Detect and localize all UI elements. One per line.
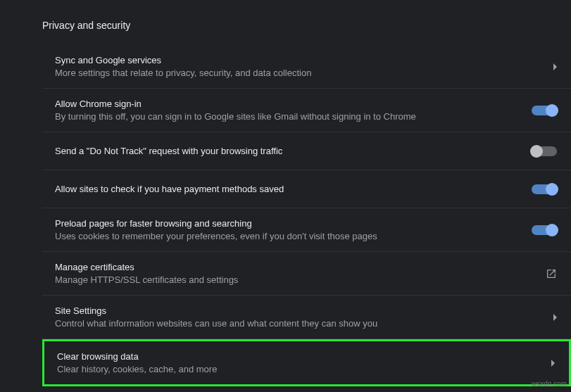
item-title: Clear browsing data (57, 351, 544, 362)
item-title: Preload pages for faster browsing and se… (55, 218, 532, 229)
section-title: Privacy and security (42, 20, 571, 31)
payment-methods-toggle[interactable] (532, 184, 557, 194)
item-text: Site Settings Control what information w… (55, 305, 546, 329)
item-subtitle: Control what information websites can us… (55, 318, 546, 329)
item-text: Manage certificates Manage HTTPS/SSL cer… (55, 262, 539, 285)
item-title: Allow Chrome sign-in (55, 99, 532, 109)
item-text: Preload pages for faster browsing and se… (55, 218, 532, 241)
item-subtitle: More settings that relate to privacy, se… (55, 68, 546, 78)
item-subtitle: Clear history, cookies, cache, and more (57, 364, 544, 374)
chevron-right-icon (551, 360, 555, 367)
item-title: Allow sites to check if you have payment… (55, 184, 532, 194)
allow-chrome-signin-item[interactable]: Allow Chrome sign-in By turning this off… (42, 89, 571, 132)
manage-certificates-item[interactable]: Manage certificates Manage HTTPS/SSL cer… (42, 252, 571, 296)
settings-list: Sync and Google services More settings t… (42, 45, 571, 386)
item-text: Allow Chrome sign-in By turning this off… (55, 99, 532, 122)
toggle-thumb (530, 145, 543, 158)
toggle-thumb (546, 104, 558, 117)
chevron-right-icon (553, 314, 557, 321)
clear-browsing-data-item[interactable]: Clear browsing data Clear history, cooki… (44, 341, 569, 384)
item-title: Site Settings (55, 305, 546, 316)
item-title: Manage certificates (55, 262, 539, 272)
payment-methods-check-item[interactable]: Allow sites to check if you have payment… (42, 170, 571, 208)
item-subtitle: By turning this off, you can sign in to … (55, 111, 532, 122)
do-not-track-toggle[interactable] (532, 146, 557, 156)
toggle-thumb (546, 183, 558, 196)
item-text: Clear browsing data Clear history, cooki… (57, 351, 544, 374)
item-title: Send a "Do Not Track" request with your … (55, 146, 532, 156)
item-title: Sync and Google services (55, 55, 546, 65)
highlight-box: Clear browsing data Clear history, cooki… (42, 339, 571, 386)
item-text: Allow sites to check if you have payment… (55, 184, 532, 194)
watermark: wsxdn.com (532, 380, 567, 388)
preload-pages-item[interactable]: Preload pages for faster browsing and se… (42, 208, 571, 252)
item-subtitle: Manage HTTPS/SSL certificates and settin… (55, 274, 539, 285)
item-text: Send a "Do Not Track" request with your … (55, 146, 532, 156)
sync-google-services-item[interactable]: Sync and Google services More settings t… (42, 45, 571, 89)
item-text: Sync and Google services More settings t… (55, 55, 546, 78)
do-not-track-item[interactable]: Send a "Do Not Track" request with your … (42, 132, 571, 170)
allow-chrome-signin-toggle[interactable] (532, 106, 557, 115)
preload-pages-toggle[interactable] (532, 225, 557, 235)
chevron-right-icon (553, 63, 557, 70)
item-subtitle: Uses cookies to remember your preference… (55, 231, 532, 241)
external-link-icon (546, 268, 557, 279)
site-settings-item[interactable]: Site Settings Control what information w… (42, 296, 571, 339)
toggle-thumb (546, 224, 558, 236)
